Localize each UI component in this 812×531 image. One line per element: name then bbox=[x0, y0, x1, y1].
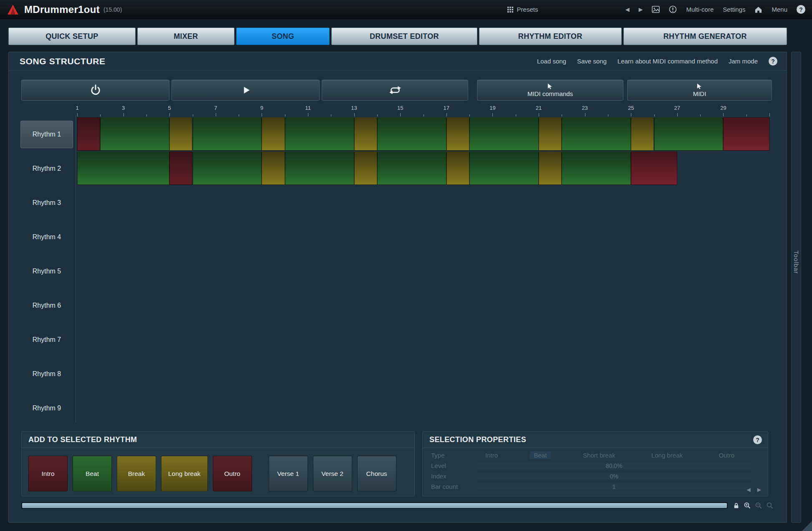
preset-image-icon[interactable] bbox=[652, 6, 660, 13]
settings-button[interactable]: Settings bbox=[723, 6, 745, 13]
alert-icon[interactable] bbox=[669, 5, 677, 13]
song-block-beat[interactable] bbox=[77, 152, 169, 185]
song-block-break[interactable] bbox=[354, 117, 377, 151]
song-block-break[interactable] bbox=[169, 117, 192, 151]
song-block-beat[interactable] bbox=[100, 117, 169, 151]
toolbar-strip[interactable]: Toolbar bbox=[791, 52, 801, 523]
melda-logo[interactable] bbox=[7, 3, 19, 16]
song-block-beat[interactable] bbox=[377, 117, 446, 151]
song-block-beat[interactable] bbox=[193, 152, 262, 185]
song-block-break[interactable] bbox=[446, 152, 469, 185]
lock-icon[interactable] bbox=[733, 502, 740, 509]
zoom-out-icon[interactable] bbox=[755, 502, 762, 509]
song-block-beat[interactable] bbox=[562, 117, 631, 151]
song-block-beat[interactable] bbox=[469, 117, 539, 151]
add-button-verse-1[interactable]: Verse 1 bbox=[269, 456, 308, 491]
power-button[interactable] bbox=[21, 80, 169, 101]
tab-rhythm-editor[interactable]: RHYTHM EDITOR bbox=[479, 28, 622, 45]
song-block-beat[interactable] bbox=[469, 152, 539, 185]
play-button[interactable] bbox=[171, 80, 320, 101]
scrollbar-thumb[interactable] bbox=[22, 503, 727, 508]
add-button-verse-2[interactable]: Verse 2 bbox=[313, 456, 352, 491]
type-option-outro[interactable]: Outro bbox=[714, 451, 739, 459]
song-block-beat[interactable] bbox=[285, 117, 354, 151]
level-row: Level 80.0% bbox=[423, 460, 768, 471]
selection-next-button[interactable]: ▶ bbox=[757, 487, 761, 493]
song-grid[interactable] bbox=[77, 117, 781, 426]
global-help-icon[interactable]: ? bbox=[797, 5, 805, 14]
rhythm-label-rhythm-5[interactable]: Rhythm 5 bbox=[20, 254, 73, 288]
type-option-beat[interactable]: Beat bbox=[530, 451, 551, 459]
song-block-intro[interactable] bbox=[169, 152, 192, 185]
song-block-beat[interactable] bbox=[285, 152, 354, 185]
rhythm-label-rhythm-9[interactable]: Rhythm 9 bbox=[20, 391, 73, 425]
resize-grip[interactable] bbox=[802, 521, 812, 531]
song-block-outro[interactable] bbox=[631, 152, 677, 185]
tab-drumset-editor[interactable]: DRUMSET EDITOR bbox=[331, 28, 477, 45]
selection-content: Type IntroBeatShort breakLong breakOutro… bbox=[423, 450, 768, 492]
previous-preset-button[interactable]: ◀ bbox=[625, 6, 629, 13]
tab-rhythm-generator[interactable]: RHYTHM GENERATOR bbox=[623, 28, 787, 45]
midi-learn-link[interactable]: Learn about MIDI command method bbox=[618, 58, 718, 65]
song-block-beat[interactable] bbox=[654, 117, 724, 151]
add-button-beat[interactable]: Beat bbox=[73, 456, 112, 491]
save-song-link[interactable]: Save song bbox=[577, 58, 607, 65]
zoom-in-icon[interactable] bbox=[744, 502, 751, 509]
zoom-fit-icon[interactable] bbox=[766, 502, 774, 509]
add-button-outro[interactable]: Outro bbox=[213, 456, 252, 491]
song-block-break[interactable] bbox=[262, 117, 285, 151]
ruler-number: 15 bbox=[397, 105, 403, 111]
rhythm-label-rhythm-4[interactable]: Rhythm 4 bbox=[20, 220, 73, 254]
home-icon[interactable] bbox=[754, 6, 762, 13]
rhythm-label-rhythm-8[interactable]: Rhythm 8 bbox=[20, 357, 73, 391]
ruler-tick bbox=[723, 113, 724, 116]
index-slider[interactable]: 0% bbox=[477, 473, 751, 480]
ruler-number: 13 bbox=[351, 105, 357, 111]
song-block-break[interactable] bbox=[262, 152, 285, 185]
horizontal-scrollbar[interactable] bbox=[21, 502, 728, 509]
song-block-break[interactable] bbox=[354, 152, 377, 185]
song-block-break[interactable] bbox=[539, 117, 562, 151]
song-block-beat[interactable] bbox=[562, 152, 631, 185]
tab-mixer[interactable]: MIXER bbox=[137, 28, 235, 45]
ruler-tick bbox=[746, 114, 747, 116]
song-help-icon[interactable]: ? bbox=[769, 57, 777, 66]
rhythm-label-rhythm-2[interactable]: Rhythm 2 bbox=[20, 152, 73, 186]
tab-quick-setup[interactable]: QUICK SETUP bbox=[8, 28, 136, 45]
ruler-number: 1 bbox=[76, 105, 78, 111]
level-slider[interactable]: 80.0% bbox=[477, 463, 751, 469]
midi-button[interactable]: MIDI bbox=[627, 80, 772, 101]
song-block-break[interactable] bbox=[539, 152, 562, 185]
bar-count-field[interactable]: 1 bbox=[477, 483, 751, 490]
song-block-beat[interactable] bbox=[193, 117, 262, 151]
midi-commands-button[interactable]: MIDI commands bbox=[477, 80, 623, 101]
ruler-tick bbox=[631, 113, 631, 116]
selection-prev-button[interactable]: ◀ bbox=[747, 487, 751, 493]
rhythm-label-rhythm-7[interactable]: Rhythm 7 bbox=[20, 323, 73, 357]
song-block-break[interactable] bbox=[631, 117, 654, 151]
loop-button[interactable] bbox=[322, 80, 468, 101]
next-preset-button[interactable]: ▶ bbox=[638, 6, 643, 13]
type-option-short-break[interactable]: Short break bbox=[579, 451, 620, 459]
type-option-long-break[interactable]: Long break bbox=[647, 451, 687, 459]
add-button-break[interactable]: Break bbox=[117, 456, 156, 491]
presets-button[interactable]: Presets bbox=[507, 6, 538, 13]
jam-mode-link[interactable]: Jam mode bbox=[729, 58, 758, 65]
song-block-beat[interactable] bbox=[377, 152, 446, 185]
song-block-break[interactable] bbox=[446, 117, 469, 151]
multicore-button[interactable]: Multi-core bbox=[686, 6, 714, 13]
song-block-outro[interactable] bbox=[723, 117, 769, 151]
rhythm-label-rhythm-6[interactable]: Rhythm 6 bbox=[20, 288, 73, 323]
song-block-intro[interactable] bbox=[77, 117, 100, 151]
add-button-chorus[interactable]: Chorus bbox=[357, 456, 396, 491]
selection-help-icon[interactable]: ? bbox=[753, 435, 762, 444]
load-song-link[interactable]: Load song bbox=[537, 58, 566, 65]
add-button-long-break[interactable]: Long break bbox=[161, 456, 208, 491]
add-button-intro[interactable]: Intro bbox=[28, 456, 68, 491]
menu-button[interactable]: Menu bbox=[772, 6, 787, 13]
type-option-intro[interactable]: Intro bbox=[481, 451, 502, 459]
rhythm-label-rhythm-1[interactable]: Rhythm 1 bbox=[20, 121, 73, 148]
rhythm-label-rhythm-3[interactable]: Rhythm 3 bbox=[20, 186, 73, 220]
tab-song[interactable]: SONG bbox=[236, 28, 330, 45]
add-panel-title: ADD TO SELECTED RHYTHM bbox=[28, 435, 137, 444]
